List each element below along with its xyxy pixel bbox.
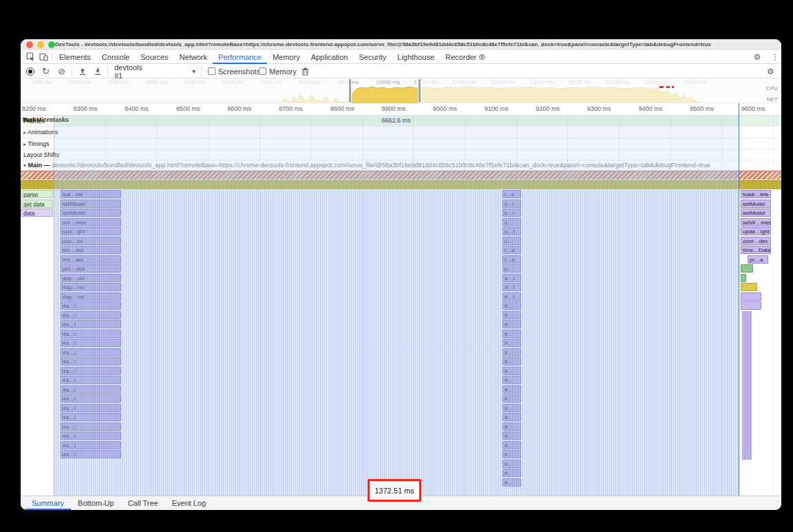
flame-bar[interactable]: #… — [503, 423, 521, 431]
device-toolbar-icon[interactable] — [38, 52, 49, 62]
flame-bar[interactable]: u…t — [503, 227, 521, 235]
flame-bar[interactable]: #a…l — [61, 357, 121, 365]
flame-bar[interactable]: coor…dex — [741, 237, 771, 245]
flame-bar[interactable]: time…Data — [741, 246, 771, 254]
settings-gear-icon[interactable]: ⚙ — [752, 52, 763, 62]
flame-bar[interactable]: #a…l — [61, 423, 121, 431]
record-button[interactable] — [26, 64, 34, 78]
tab-console[interactable]: Console — [96, 50, 135, 64]
flame-bar[interactable]: #…l — [503, 283, 521, 291]
flame-bar[interactable]: #a…l — [61, 367, 121, 375]
flame-bar[interactable]: #… — [503, 460, 521, 468]
tab-performance[interactable]: Performance — [213, 50, 267, 64]
flame-bar[interactable]: #… — [503, 357, 521, 365]
reload-and-record-button[interactable]: ↻ — [42, 64, 50, 78]
tab-network[interactable]: Network — [174, 50, 213, 64]
animations-lane[interactable]: ▸ Animations — [21, 127, 781, 138]
flame-bar[interactable]: s…l — [503, 209, 521, 217]
flame-bar[interactable]: #… — [503, 404, 521, 412]
flame-bar[interactable]: setModel — [61, 200, 121, 208]
flame-bar[interactable]: loa…ete — [61, 190, 121, 198]
task-bar[interactable] — [21, 171, 781, 180]
flame-bar[interactable]: setW…mes — [741, 218, 771, 226]
inspect-icon[interactable] — [25, 52, 36, 62]
memory-checkbox[interactable]: Memory — [259, 64, 297, 78]
flame-bar[interactable]: #a…l — [61, 348, 121, 357]
flame-bar[interactable]: #… — [503, 320, 521, 328]
flame-bar[interactable]: #a…l — [61, 450, 121, 458]
flame-bar[interactable]: #… — [503, 311, 521, 319]
flame-bar[interactable]: #a…l — [61, 301, 121, 310]
selection-left-handle[interactable] — [348, 78, 352, 103]
flame-bar[interactable]: a…l — [503, 274, 521, 282]
flame-bar[interactable]: #… — [503, 450, 521, 458]
flame-bar[interactable]: #…l — [503, 292, 521, 301]
tab-application[interactable]: Application — [306, 50, 354, 64]
frames-lane[interactable]: Frames 6662.6 ms — [21, 116, 781, 127]
bottom-tab-bottom-up[interactable]: Bottom-Up — [71, 496, 121, 510]
flame-bar[interactable]: s… — [503, 218, 521, 226]
flame-bar[interactable]: tim…ata — [61, 255, 121, 264]
flame-bar[interactable]: #ap…vel — [61, 292, 121, 301]
flame-bar[interactable]: s…l — [503, 200, 521, 208]
gc-trash-button[interactable] — [302, 64, 309, 78]
flame-bar[interactable]: #… — [503, 301, 521, 310]
flame-bar[interactable] — [741, 301, 761, 310]
flame-bar[interactable]: upda…ight — [741, 227, 771, 235]
tab-lighthouse[interactable]: Lighthouse — [392, 50, 440, 64]
flame-bar[interactable]: #… — [503, 413, 521, 421]
tab-memory[interactable]: Memory — [267, 50, 306, 64]
flame-bar[interactable]: #… — [503, 478, 521, 487]
tab-recorder[interactable]: Recorder — [440, 50, 491, 64]
clear-button[interactable]: ⊘ — [58, 64, 65, 78]
flame-bar[interactable]: t…a — [503, 246, 521, 254]
flame-bar[interactable]: #a…l — [61, 339, 121, 347]
timings-lane[interactable]: ▸ Timings — [21, 138, 781, 149]
layout-shifts-lane[interactable]: Layout Shifts — [21, 149, 781, 160]
main-lane[interactable]: ▾ Main — devtools://devtools/bundled/dev… — [21, 160, 781, 171]
flame-bar[interactable]: #… — [503, 385, 521, 394]
close-button[interactable] — [26, 41, 33, 48]
flame-bar[interactable]: pr…a — [748, 255, 768, 264]
flame-bar[interactable]: #a…l — [61, 404, 121, 412]
flame-bar[interactable] — [741, 283, 757, 291]
flame-bar[interactable]: #a…l — [61, 394, 121, 403]
flame-bar[interactable]: #a…l — [61, 432, 121, 440]
flame-bar[interactable] — [741, 292, 761, 301]
flame-bar[interactable] — [742, 311, 752, 460]
flame-bar[interactable]: c… — [503, 237, 521, 245]
timeline-overview[interactable]: 1000 ms2000 ms3000 ms4000 ms5000 ms6000 … — [21, 78, 781, 103]
flame-bar[interactable]: #… — [503, 394, 521, 403]
flame-bar[interactable]: #a…l — [61, 311, 121, 319]
load-profile-button[interactable] — [78, 64, 87, 78]
flame-bar[interactable]: set…mes — [61, 218, 121, 226]
flame-bar[interactable]: tim…ata — [61, 246, 121, 254]
tab-elements[interactable]: Elements — [54, 50, 96, 64]
flame-bar[interactable]: #… — [503, 441, 521, 449]
flame-bar[interactable]: #… — [503, 339, 521, 347]
flame-bar[interactable] — [741, 264, 753, 273]
capture-settings-button[interactable]: ⚙ — [767, 64, 774, 78]
selection-edge-line[interactable] — [739, 103, 739, 496]
flame-bar[interactable]: #a…l — [61, 330, 121, 338]
flame-bar[interactable]: #… — [503, 376, 521, 384]
flame-bar[interactable]: #… — [503, 330, 521, 338]
tab-sources[interactable]: Sources — [135, 50, 173, 64]
flame-bar[interactable]: setModel — [741, 200, 771, 208]
flame-bar[interactable]: loadi…lete — [741, 190, 771, 198]
flame-bar[interactable]: p… — [503, 264, 521, 273]
flame-bar[interactable]: setModel — [741, 209, 771, 217]
flame-bar[interactable]: #a…l — [61, 376, 121, 384]
flame-bar[interactable]: #… — [503, 367, 521, 375]
flame-bar[interactable]: #… — [503, 469, 521, 477]
more-options-icon[interactable]: ⋮ — [770, 52, 781, 62]
flame-bar[interactable]: #a…l — [61, 413, 121, 421]
bottom-tab-summary[interactable]: Summary — [25, 496, 71, 510]
flame-bar[interactable] — [741, 274, 746, 282]
selection-right-handle[interactable] — [418, 78, 421, 103]
screenshots-checkbox[interactable]: Screenshots — [208, 64, 260, 78]
flame-bar[interactable]: t…a — [503, 255, 521, 264]
save-profile-button[interactable] — [94, 64, 102, 78]
run-microtasks-bar[interactable] — [21, 180, 781, 189]
flame-bar[interactable]: #… — [503, 432, 521, 440]
